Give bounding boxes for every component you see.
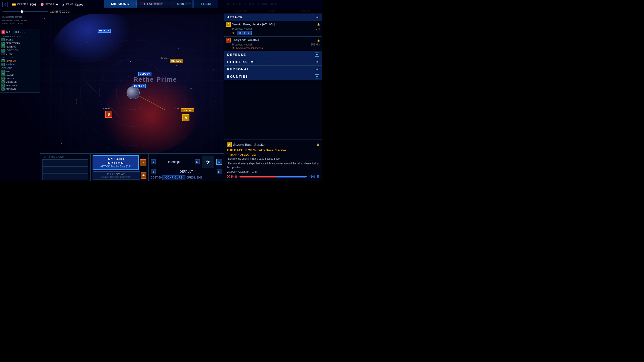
mission-a-progress: Progress: Neutral	[232, 27, 252, 30]
tab-starmap[interactable]: STARMAP	[137, 0, 169, 8]
primary-objective-label: PRIMARY OBJECTIVE:	[227, 153, 319, 156]
bottom-bar: TOP 3 MISSIONS: INSTANT ACTION ATTACK Su…	[40, 153, 224, 181]
checkbox-heatmap[interactable]	[2, 84, 5, 87]
filter-label-grid: GRID	[6, 70, 11, 73]
rank-stat: ▲ RANK: Cadet	[62, 3, 83, 6]
mission-b-name: Thalys Stn, Aresthia	[232, 38, 315, 42]
filter-orbits[interactable]: ORBITS	[2, 77, 39, 80]
checkbox-missions[interactable]	[2, 80, 5, 83]
mission-a-eye-icon[interactable]: 👁	[232, 32, 235, 34]
arasolia-label: Arasolia	[103, 107, 110, 109]
zoom-slider[interactable]	[3, 11, 48, 12]
filter-names[interactable]: NAMES	[2, 73, 39, 76]
filter-bases[interactable]: BASES	[2, 38, 39, 41]
deploy-button-center-upper[interactable]: DEPLOY	[138, 72, 151, 76]
tab-missions[interactable]: MISSIONS	[104, 0, 136, 8]
filter-label-orbits: ORBITS	[6, 77, 14, 80]
filter-grid[interactable]: GRID	[2, 70, 39, 73]
checkbox-bases[interactable]	[2, 38, 5, 41]
mission-b-header: B Thalys Stn, Aresthia 🔒	[226, 38, 320, 42]
diagonal-line	[83, 78, 127, 124]
score-stat: 🎯 SCORE: 0	[40, 3, 58, 6]
deploy-button-middle-right[interactable]: DEPLOY	[170, 59, 183, 63]
tab-ship[interactable]: SHIP	[170, 0, 193, 8]
checkbox-scoria[interactable]	[2, 63, 5, 66]
attack-section-icon[interactable]: ⚙	[315, 15, 319, 19]
checkbox-logistics[interactable]	[2, 49, 5, 52]
ship-selector: ◀ Interceptor ▶ ✈ 5	[151, 156, 222, 168]
bounties-section-icon[interactable]: ⚙	[315, 74, 319, 78]
zoom-slider-thumb[interactable]	[21, 10, 23, 13]
mission-slot-2[interactable]	[42, 166, 88, 173]
credits-icon: 💳	[12, 3, 16, 6]
cooperative-section-icon[interactable]: ⚙	[315, 60, 319, 64]
mission-a-deploy-btn[interactable]: DEPLOY	[237, 31, 252, 35]
filter-deploy-pts[interactable]: DEPLOY PTS	[2, 42, 39, 45]
checkbox-havoc[interactable]	[2, 59, 5, 62]
objective-2: - Destroy all enemy ships that you might…	[227, 162, 319, 169]
tab-team[interactable]: TEAM	[193, 0, 218, 8]
ship-next-btn[interactable]: ▶	[195, 159, 200, 164]
mission-slot-1[interactable]	[42, 159, 88, 166]
filter-heatmap[interactable]: HEAT MAP	[2, 84, 39, 87]
mission-b-eye-icon[interactable]: 👁	[232, 47, 235, 50]
mission-card-a: A Suzuko Base, Sarake [ACTIVE] 🔒 Progres…	[224, 21, 322, 37]
deploy-button-sarake[interactable]: DEPLOY	[181, 108, 194, 112]
deploy-at-btn[interactable]: DEPLOY AT SELECT DEPLOY LOCATION	[93, 171, 140, 179]
config-prev-btn[interactable]: ◀	[151, 169, 156, 174]
personal-section-icon[interactable]: ⚙	[315, 67, 319, 71]
config-next-btn[interactable]: ▶	[217, 169, 222, 174]
left-panel: RMB: rotate camera WASD/RF: move camera …	[0, 14, 40, 93]
crosshair-icon: +	[190, 87, 192, 90]
attack-label: ATTACK	[227, 15, 243, 19]
deploy-button-top[interactable]: DEPLOY	[98, 29, 111, 33]
checkbox-orbits[interactable]	[2, 77, 5, 80]
filter-arrows[interactable]: ARROWS	[2, 87, 39, 90]
eye-button-1[interactable]: 👁	[140, 159, 146, 166]
red-zone-bg	[116, 74, 165, 122]
checkbox-players[interactable]	[2, 45, 5, 48]
filter-label-logistics: LOGISTICS	[6, 49, 18, 52]
configure-btn[interactable]: CONFIGURE	[163, 175, 185, 180]
defense-section-icon[interactable]: ⚙	[315, 53, 319, 57]
hint-wheel: Wheel: zoom camera	[2, 22, 38, 26]
mission-a-name: Suzuko Base, Sarake [ACTIVE]	[232, 23, 315, 26]
rank-value: Cadet	[75, 3, 83, 6]
checkbox-grid[interactable]	[2, 70, 5, 73]
location-marker-b[interactable]: B	[105, 111, 112, 118]
ia-sub: ATTACK Suzuko Base [A.I.]	[98, 165, 133, 168]
filter-scoria[interactable]: Scoria Inc	[2, 63, 39, 66]
location-marker-a[interactable]: A	[182, 114, 189, 121]
checkbox-arrows[interactable]	[2, 87, 5, 90]
eye-button-2[interactable]: 👁	[141, 172, 146, 179]
mission-badge-b: B	[226, 38, 231, 42]
detail-badge: A	[227, 142, 232, 147]
top-bar-left: ⬡ 💳 CREDITS: 5005 🎯 SCORE: 0 ▲ RANK: Cad…	[0, 2, 85, 7]
close-filter-icon[interactable]: ✕	[2, 30, 5, 34]
star	[188, 44, 188, 44]
mission-a-distance: 0 m	[316, 27, 320, 30]
ship-prev-btn[interactable]: ◀	[151, 159, 156, 164]
objective-1: - Destroy the enemy military base Suzuko…	[227, 157, 319, 161]
mission-slot-3[interactable]	[42, 173, 88, 180]
filter-logistics[interactable]: LOGISTICS	[2, 49, 39, 52]
friendly-odds: 46% ❄	[309, 174, 319, 179]
checkbox-names[interactable]	[2, 73, 5, 76]
defense-section-header: DEFENSE ⚙	[224, 51, 322, 58]
deploy-button-center[interactable]: DEPLOY	[133, 84, 146, 88]
filter-label-missions: MISSIONS	[6, 81, 17, 83]
zoom-label: x1048579 ZOOM	[50, 10, 70, 13]
score-label: SCORE:	[45, 3, 55, 6]
filter-players[interactable]: PLAYERS	[2, 45, 39, 48]
ship-level: 5	[216, 159, 222, 165]
instant-action-btn[interactable]: INSTANT ACTION ATTACK Suzuko Base [A.I.]	[93, 155, 139, 170]
checkbox-deploy-pts[interactable]	[2, 42, 5, 45]
checkbox-other[interactable]	[2, 52, 5, 55]
filter-havoc[interactable]: Havoc Exc	[2, 59, 39, 62]
filter-missions[interactable]: MISSIONS	[2, 80, 39, 83]
config-selector: ◀ DEFAULT ▶	[151, 169, 222, 174]
mission-card-b: B Thalys Stn, Aresthia 🔒 Progress: Neutr…	[224, 37, 322, 51]
credits-value: 5005	[30, 3, 36, 6]
filter-other[interactable]: OTHER	[2, 52, 39, 55]
detail-lock-icon: 🔒	[316, 143, 319, 146]
